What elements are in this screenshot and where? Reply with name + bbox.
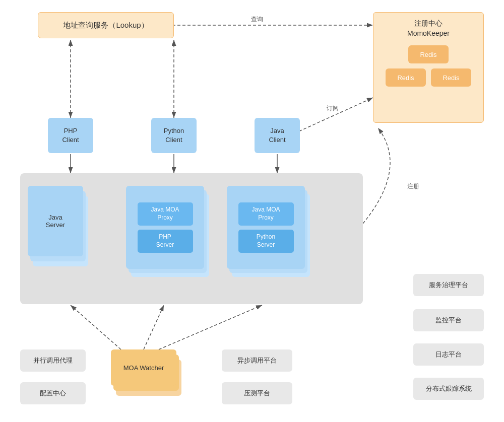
proxy2-layer-1: Java MOA Proxy Python Server [227, 186, 305, 269]
proxy2-python-box: Python Server [238, 230, 294, 253]
registry-box: 注册中心 MomoKeeper Redis Redis Redis [373, 12, 484, 123]
proxy1-php-box: PHP Server [138, 230, 193, 253]
proxy2-moa-box: Java MOA Proxy [238, 202, 294, 226]
parallel-call-box: 并行调用代理 [20, 349, 86, 372]
log-box: 日志平台 [413, 343, 484, 366]
redis-bottom-left: Redis [386, 68, 426, 87]
query-label: 查询 [251, 16, 263, 23]
monitor-box: 监控平台 [413, 309, 484, 331]
redis-row: Redis Redis [386, 68, 471, 87]
registry-title: 注册中心 MomoKeeper [407, 19, 450, 38]
redis-top: Redis [408, 45, 449, 63]
java-client-box: Java Client [255, 118, 300, 153]
proxy-stack-1: Java MOA Proxy PHP Server [126, 186, 204, 276]
svg-line-11 [159, 305, 262, 349]
svg-line-9 [71, 305, 121, 349]
watcher-layer-1: MOA Watcher [111, 349, 176, 386]
proxy1-moa-box: Java MOA Proxy [138, 202, 193, 226]
service-gov-box: 服务治理平台 [413, 274, 484, 296]
trace-box: 分布式跟踪系统 [413, 378, 484, 400]
config-center-box: 配置中心 [20, 382, 86, 404]
register-label: 注册 [407, 183, 419, 190]
java-server-layer-1: Java Server [28, 186, 83, 256]
stress-test-box: 压测平台 [222, 382, 292, 404]
php-client-box: PHP Client [48, 118, 93, 153]
diagram-container: 查询 订阅 注册 地址查询服务（Lookup） 注册中心 MomoKeepe [10, 7, 494, 415]
python-client-box: Python Client [151, 118, 197, 153]
proxy1-layer-1: Java MOA Proxy PHP Server [126, 186, 204, 269]
subscribe-label: 订阅 [327, 105, 339, 112]
svg-line-7 [290, 98, 373, 135]
redis-bottom-right: Redis [431, 68, 471, 87]
proxy-stack-2: Java MOA Proxy Python Server [227, 186, 305, 276]
java-server-stack: Java Server [28, 186, 83, 276]
lookup-box: 地址查询服务（Lookup） [38, 12, 174, 38]
moa-watcher-stack: MOA Watcher [111, 349, 176, 405]
svg-line-10 [144, 305, 164, 349]
lookup-label: 地址查询服务（Lookup） [63, 21, 148, 30]
async-call-box: 异步调用平台 [222, 349, 292, 372]
